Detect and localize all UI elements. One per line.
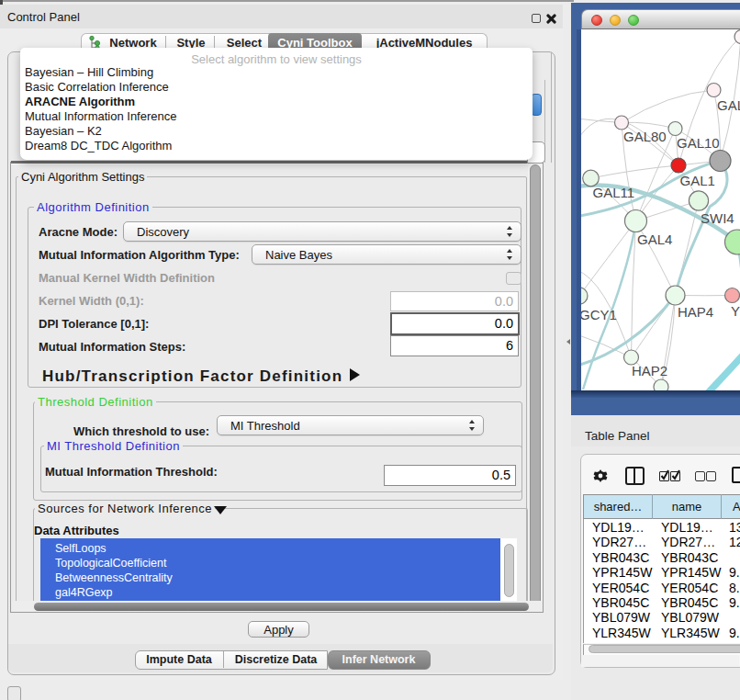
svg-text:SWI4: SWI4 (701, 210, 734, 226)
svg-text:GAL11: GAL11 (593, 185, 635, 200)
svg-text:HAP2: HAP2 (632, 363, 667, 378)
svg-text:GAL1: GAL1 (680, 173, 715, 188)
svg-text:HAP4: HAP4 (678, 304, 713, 320)
svg-text:GAL4: GAL4 (637, 231, 672, 247)
svg-text:GAL59: GAL59 (717, 97, 740, 113)
svg-text:YEL: YEL (731, 303, 740, 319)
svg-text:GAL10: GAL10 (677, 135, 720, 151)
svg-text:GAL80: GAL80 (623, 129, 667, 144)
svg-text:GCY1: GCY1 (581, 307, 617, 322)
